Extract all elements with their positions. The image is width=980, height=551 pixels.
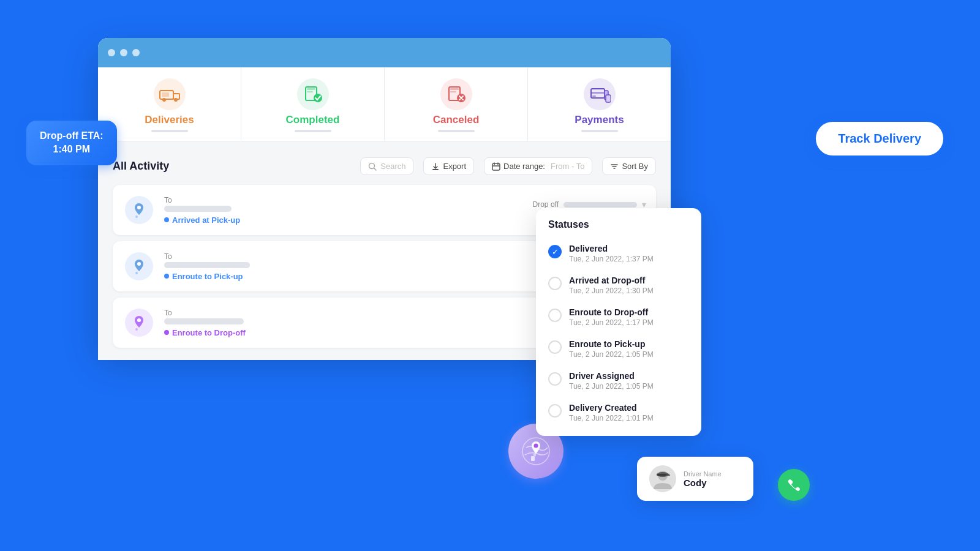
- tab-deliveries-bar: [151, 130, 188, 132]
- row-content-1: To Arrived at Pick-up: [164, 196, 524, 225]
- eta-badge: Drop-off ETA: 1:40 PM: [26, 121, 117, 165]
- svg-point-31: [135, 272, 138, 274]
- row-content-3: To Enroute to Drop-off: [164, 309, 524, 337]
- svg-rect-37: [533, 454, 536, 456]
- status-date-arrived-dropoff: Tue, 2 Jun 2022, 1:30 PM: [569, 287, 654, 295]
- status-name-enroute-dropoff: Enroute to Drop-off: [569, 307, 654, 317]
- status-text-2: Enroute to Pick-up: [172, 272, 243, 281]
- eta-line1: Drop-off ETA:: [40, 129, 104, 143]
- svg-point-2: [162, 98, 166, 102]
- status-text-wrap-enroute-pickup: Enroute to Pick-up Tue, 2 Jun 2022, 1:05…: [569, 339, 654, 359]
- tab-canceled[interactable]: Canceled: [385, 67, 528, 141]
- status-text-1: Arrived at Pick-up: [172, 216, 240, 225]
- truck-icon: [159, 83, 181, 105]
- statuses-title: Statuses: [536, 219, 701, 238]
- tab-completed[interactable]: Completed: [241, 67, 385, 141]
- traffic-light-green[interactable]: [132, 49, 140, 56]
- status-name-driver-assigned: Driver Assigned: [569, 371, 654, 381]
- svg-rect-10: [450, 88, 459, 90]
- svg-point-28: [137, 206, 141, 209]
- date-range-label: Date range:: [503, 162, 545, 171]
- row-icon-3: [125, 309, 153, 337]
- status-circle-enroute-dropoff: [548, 309, 562, 322]
- payments-icon: [589, 83, 611, 105]
- row-status-3: Enroute to Drop-off: [164, 328, 524, 337]
- traffic-light-yellow[interactable]: [120, 49, 127, 56]
- svg-rect-4: [162, 92, 169, 97]
- canceled-icon-wrap: [440, 78, 472, 110]
- tab-completed-label: Completed: [286, 114, 340, 126]
- export-label: Export: [443, 162, 466, 171]
- status-item-delivered[interactable]: ✓ Delivered Tue, 2 Jun 2022, 1:37 PM: [536, 238, 701, 269]
- status-item-delivery-created[interactable]: Delivery Created Tue, 2 Jun 2022, 1:01 P…: [536, 397, 701, 429]
- status-item-arrived-dropoff[interactable]: Arrived at Drop-off Tue, 2 Jun 2022, 1:3…: [536, 269, 701, 301]
- sort-icon: [610, 162, 619, 171]
- row-icon-2: [125, 252, 153, 280]
- status-circle-enroute-pickup: [548, 340, 562, 354]
- status-item-driver-assigned[interactable]: Driver Assigned Tue, 2 Jun 2022, 1:05 PM: [536, 365, 701, 397]
- activity-title: All Activity: [113, 160, 169, 173]
- svg-rect-41: [666, 474, 670, 476]
- status-date-delivered: Tue, 2 Jun 2022, 1:37 PM: [569, 255, 654, 263]
- payments-icon-wrap: [584, 78, 616, 110]
- completed-icon-wrap: [297, 78, 329, 110]
- svg-point-32: [137, 318, 141, 322]
- phone-button[interactable]: [778, 469, 810, 501]
- title-bar: [98, 38, 671, 67]
- tab-completed-bar: [295, 130, 331, 132]
- sort-button[interactable]: Sort By: [602, 157, 656, 175]
- svg-point-30: [137, 262, 141, 266]
- search-label: Search: [380, 162, 405, 171]
- tab-payments-bar: [581, 130, 618, 132]
- status-text-3: Enroute to Drop-off: [172, 328, 246, 337]
- status-circle-driver-assigned: [548, 372, 562, 386]
- status-name-arrived-dropoff: Arrived at Drop-off: [569, 276, 654, 285]
- status-date-enroute-dropoff: Tue, 2 Jun 2022, 1:17 PM: [569, 318, 654, 327]
- tab-deliveries-label: Deliveries: [145, 114, 194, 126]
- row-icon-1: [125, 196, 153, 224]
- driver-avatar: [649, 465, 676, 492]
- export-icon: [431, 162, 440, 171]
- driver-card: Driver Name Cody: [637, 457, 753, 501]
- row-icon-outer-3: [123, 306, 156, 339]
- row-dropoff-label-1: Drop off: [533, 200, 559, 209]
- deliveries-icon-wrap: [154, 78, 186, 110]
- map-svg: [520, 435, 552, 467]
- track-delivery-button[interactable]: Track Delivery: [815, 121, 944, 157]
- row-address-1: [164, 206, 232, 212]
- row-to-label-3: To: [164, 309, 524, 317]
- driver-avatar-icon: [651, 467, 674, 490]
- row-content-2: To Enroute to Pick-up: [164, 252, 524, 281]
- tab-payments[interactable]: Payments: [528, 67, 671, 141]
- status-dot-1: [164, 217, 169, 222]
- status-name-delivery-created: Delivery Created: [569, 403, 654, 413]
- status-circle-arrived-dropoff: [548, 277, 562, 290]
- tab-payments-label: Payments: [575, 114, 624, 126]
- svg-rect-7: [307, 91, 313, 92]
- status-item-enroute-pickup[interactable]: Enroute to Pick-up Tue, 2 Jun 2022, 1:05…: [536, 333, 701, 365]
- location-pin-icon-3: [130, 314, 148, 331]
- svg-rect-6: [307, 88, 315, 90]
- status-date-driver-assigned: Tue, 2 Jun 2022, 1:05 PM: [569, 382, 654, 391]
- status-text-wrap-driver-assigned: Driver Assigned Tue, 2 Jun 2022, 1:05 PM: [569, 371, 654, 391]
- completed-icon: [302, 83, 324, 105]
- status-name-delivered: Delivered: [569, 244, 654, 253]
- status-text-wrap-enroute-dropoff: Enroute to Drop-off Tue, 2 Jun 2022, 1:1…: [569, 307, 654, 327]
- date-range-picker[interactable]: Date range: From - To: [484, 157, 592, 175]
- traffic-light-red[interactable]: [108, 49, 115, 56]
- svg-rect-15: [592, 96, 596, 97]
- nav-tabs: Deliveries Completed: [98, 67, 671, 141]
- export-button[interactable]: Export: [423, 157, 474, 175]
- status-circle-delivery-created: [548, 404, 562, 418]
- canceled-icon: [445, 83, 467, 105]
- tab-deliveries[interactable]: Deliveries: [98, 67, 241, 141]
- svg-line-19: [374, 168, 377, 170]
- svg-point-29: [135, 216, 138, 218]
- svg-point-33: [135, 328, 138, 331]
- driver-name: Cody: [684, 478, 722, 488]
- row-status-1: Arrived at Pick-up: [164, 216, 524, 225]
- row-to-label-2: To: [164, 252, 524, 261]
- search-box[interactable]: Search: [360, 157, 413, 175]
- row-to-label-1: To: [164, 196, 524, 204]
- status-item-enroute-dropoff[interactable]: Enroute to Drop-off Tue, 2 Jun 2022, 1:1…: [536, 301, 701, 333]
